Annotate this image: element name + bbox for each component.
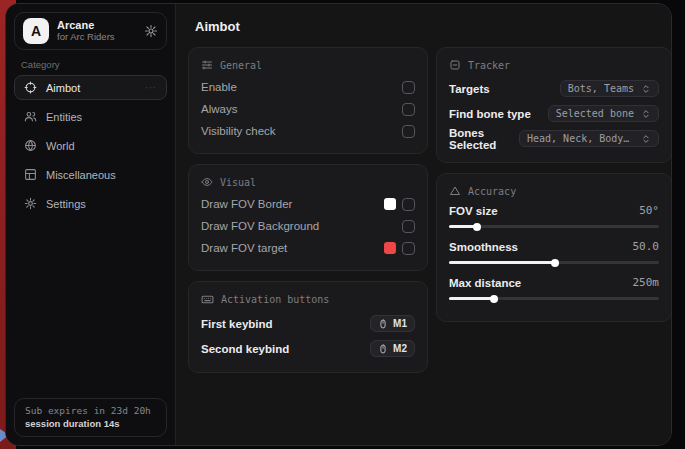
fov-size-slider[interactable]	[449, 225, 659, 228]
cards-grid: General Enable Always Visibility check	[188, 47, 672, 383]
tracker-card: Tracker Targets Bots, Teams	[436, 47, 672, 163]
sidebar-item-label: Entities	[46, 111, 82, 123]
visual-card-title: Visual	[220, 177, 256, 188]
setting-label: First keybind	[201, 318, 273, 330]
dropdown-value: Head, Neck, Body, Fe...	[527, 133, 634, 144]
sidebar-item-world[interactable]: World	[14, 133, 167, 158]
sidebar-item-label: Miscellaneous	[46, 169, 116, 181]
page-title: Aimbot	[195, 19, 672, 34]
fov-border-checkbox[interactable]	[402, 198, 415, 211]
setting-row-always: Always	[201, 98, 415, 120]
fov-border-color-swatch[interactable]	[384, 198, 396, 210]
setting-label: Find bone type	[449, 108, 531, 120]
users-icon	[24, 110, 37, 123]
setting-row-visibility-check: Visibility check	[201, 120, 415, 142]
setting-row-fov-background: Draw FOV Background	[201, 215, 415, 237]
setting-label: Always	[201, 103, 237, 115]
keybind-value: M2	[393, 343, 407, 354]
fov-background-checkbox[interactable]	[402, 220, 415, 233]
activation-card-header: Activation buttons	[201, 293, 415, 306]
setting-row-find-bone-type: Find bone type Selected bone	[449, 101, 659, 126]
setting-row-first-keybind: First keybind M1	[201, 311, 415, 336]
slider-thumb[interactable]	[490, 295, 498, 303]
setting-label: Bones Selected	[449, 127, 519, 151]
visual-card: Visual Draw FOV Border Draw FOV Backgrou…	[188, 164, 428, 271]
keyboard-icon	[201, 293, 214, 306]
setting-row-second-keybind: Second keybind M2	[201, 336, 415, 361]
chevrons-up-down-icon	[641, 109, 651, 119]
slider-thumb[interactable]	[473, 223, 481, 231]
right-column: Tracker Targets Bots, Teams	[436, 47, 672, 332]
globe-icon	[24, 139, 37, 152]
chevrons-up-down-icon	[641, 84, 651, 94]
setting-row-max-distance: Max distance 250m	[449, 274, 659, 300]
app-title-block: Arcane for Arc Riders	[57, 19, 136, 43]
bones-selected-dropdown[interactable]: Head, Neck, Body, Fe...	[519, 130, 659, 147]
app-name: Arcane	[57, 19, 136, 32]
sliders-icon	[201, 59, 213, 71]
app-subtitle: for Arc Riders	[57, 32, 136, 43]
sidebar-item-settings[interactable]: Settings	[14, 191, 167, 216]
enable-checkbox[interactable]	[402, 81, 415, 94]
accuracy-card-title: Accuracy	[468, 186, 516, 197]
fov-target-color-swatch[interactable]	[384, 242, 396, 254]
accuracy-card: Accuracy FOV size 50°	[436, 173, 672, 322]
mouse-icon	[378, 319, 388, 329]
smoothness-slider[interactable]	[449, 261, 659, 264]
setting-label: Draw FOV Background	[201, 220, 319, 232]
general-card: General Enable Always Visibility check	[188, 47, 428, 154]
session-duration-text: session duration 14s	[25, 418, 156, 429]
general-card-header: General	[201, 59, 415, 71]
app-header: A Arcane for Arc Riders	[14, 12, 167, 50]
sidebar-item-entities[interactable]: Entities	[14, 104, 167, 129]
setting-label: FOV size	[449, 205, 498, 217]
setting-label: Draw FOV Border	[201, 198, 292, 210]
setting-label: Draw FOV target	[201, 242, 287, 254]
left-column: General Enable Always Visibility check	[188, 47, 428, 383]
crosshair-icon	[24, 81, 37, 94]
setting-label: Enable	[201, 81, 237, 93]
accuracy-card-header: Accuracy	[449, 185, 659, 197]
sub-expiry-text: Sub expires in 23d 20h	[25, 405, 156, 416]
slider-thumb[interactable]	[551, 259, 559, 267]
fov-size-value: 50°	[639, 204, 659, 217]
activation-card: Activation buttons First keybind M1	[188, 281, 428, 373]
keybind-value: M1	[393, 318, 407, 329]
second-keybind-button[interactable]: M2	[370, 340, 415, 357]
first-keybind-button[interactable]: M1	[370, 315, 415, 332]
dropdown-value: Bots, Teams	[568, 83, 634, 94]
max-distance-slider[interactable]	[449, 297, 659, 300]
grid-icon	[24, 168, 37, 181]
activation-card-title: Activation buttons	[221, 294, 329, 305]
general-card-title: General	[220, 60, 262, 71]
setting-label: Second keybind	[201, 343, 289, 355]
targets-dropdown[interactable]: Bots, Teams	[560, 80, 659, 97]
setting-row-targets: Targets Bots, Teams	[449, 76, 659, 101]
gear-icon	[24, 197, 37, 210]
setting-row-fov-target: Draw FOV target	[201, 237, 415, 259]
gear-icon[interactable]	[144, 24, 158, 38]
main-panel: Aimbot General Enable	[176, 4, 672, 445]
app-logo: A	[23, 18, 49, 44]
sidebar-item-aimbot[interactable]: Aimbot ⋯	[14, 75, 167, 100]
setting-label: Max distance	[449, 277, 521, 289]
chevrons-up-down-icon	[641, 134, 651, 144]
app-window: A Arcane for Arc Riders Category	[5, 3, 672, 446]
menu-item-hint-dots: ⋯	[145, 81, 157, 94]
mouse-icon	[378, 344, 388, 354]
setting-row-fov-size: FOV size 50°	[449, 202, 659, 228]
find-bone-type-dropdown[interactable]: Selected bone	[548, 105, 659, 122]
sidebar-item-miscellaneous[interactable]: Miscellaneous	[14, 162, 167, 187]
setting-row-smoothness: Smoothness 50.0	[449, 238, 659, 264]
visibility-check-checkbox[interactable]	[402, 125, 415, 138]
scan-icon	[449, 59, 461, 71]
setting-row-bones-selected: Bones Selected Head, Neck, Body, Fe...	[449, 126, 659, 151]
fov-target-checkbox[interactable]	[402, 242, 415, 255]
tracker-card-header: Tracker	[449, 59, 659, 71]
smoothness-value: 50.0	[633, 240, 660, 253]
setting-label: Visibility check	[201, 125, 276, 137]
setting-row-enable: Enable	[201, 76, 415, 98]
tracker-card-title: Tracker	[468, 60, 510, 71]
eye-icon	[201, 176, 213, 188]
always-checkbox[interactable]	[402, 103, 415, 116]
